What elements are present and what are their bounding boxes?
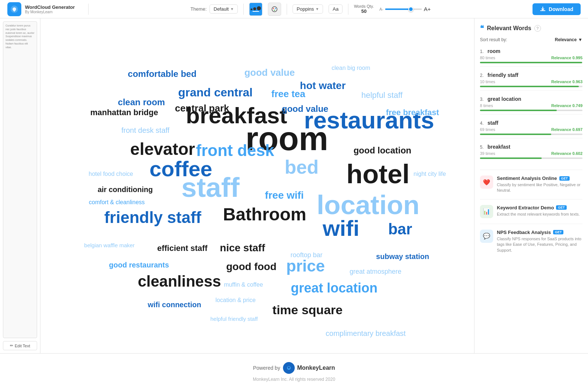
tool-badge: GET — [559, 176, 570, 181]
wc-word[interactable]: free breakfast — [386, 108, 439, 117]
font-select[interactable]: Poppins ▼ — [293, 4, 323, 14]
word-name: great location — [487, 96, 521, 102]
wc-word[interactable]: belgian waffle maker — [84, 242, 135, 248]
wc-word[interactable]: wifi connection — [148, 300, 201, 309]
sort-select[interactable]: Relevance ▼ — [555, 37, 582, 42]
theme-select[interactable]: Default ▼ — [209, 4, 238, 14]
wc-word[interactable]: night city life — [413, 171, 446, 177]
theme-control: Theme: Default ▼ — [190, 4, 238, 14]
tool-info: Sentiment Analysis Online GET Classify b… — [497, 176, 582, 194]
svg-point-3 — [275, 8, 276, 9]
tool-card-2[interactable]: 💬 NPS Feedback Analysis GET Classify NPS… — [480, 224, 582, 253]
word-meta: 39 times Relevance 0.602 — [480, 151, 582, 156]
relevant-words-header: ❝ Relevant Words ? — [480, 24, 582, 33]
help-icon[interactable]: ? — [534, 25, 541, 32]
size-slider[interactable]: A- A+ — [379, 6, 431, 12]
sort-bar: Sort result by: Relevance ▼ — [480, 37, 582, 42]
divider4 — [348, 4, 348, 15]
wc-word[interactable]: free wifi — [265, 189, 304, 201]
color-palette-button[interactable] — [268, 3, 281, 16]
wc-word[interactable]: bed — [284, 156, 318, 178]
wc-word[interactable]: comfortable bed — [128, 69, 197, 79]
tool-card-0[interactable]: ❤️ Sentiment Analysis Online GET Classif… — [480, 170, 582, 194]
wc-word[interactable]: clean big room — [331, 65, 370, 71]
tool-name: NPS Feedback Analysis — [497, 230, 551, 235]
wc-word[interactable]: comfort & cleanliness — [89, 199, 145, 206]
wc-word[interactable]: good value — [244, 67, 295, 78]
theme-chevron-icon: ▼ — [230, 7, 234, 11]
wc-word[interactable]: elevator — [130, 139, 195, 159]
svg-point-7 — [288, 366, 290, 369]
word-entry-header: 3. great location — [480, 96, 582, 102]
wc-word[interactable]: hotel — [347, 159, 410, 189]
wc-word[interactable]: hotel food choice — [89, 171, 133, 177]
wc-word[interactable]: bar — [388, 220, 412, 238]
word-meta: 10 times Relevance 0.963 — [480, 79, 582, 84]
wc-word[interactable]: good food — [226, 261, 276, 273]
tool-badge: GET — [553, 230, 564, 234]
wc-word[interactable]: wifi — [323, 216, 359, 241]
wc-word[interactable]: great atmosphere — [349, 268, 401, 276]
logo-title: WordCloud Generator — [25, 4, 75, 10]
tool-info: NPS Feedback Analysis GET Classify NPS r… — [497, 230, 582, 253]
wc-word[interactable]: front desk — [196, 141, 274, 160]
wc-word[interactable]: air conditioning — [98, 185, 153, 194]
word-entry-room: 1. room 80 times Relevance 0.995 — [480, 48, 582, 67]
wc-word[interactable]: muffin & coffee — [224, 281, 263, 288]
tool-icon: 📊 — [480, 205, 493, 218]
aa-button[interactable]: Aa — [329, 4, 343, 14]
tool-icon: ❤️ — [480, 176, 493, 189]
tool-desc: Classify NPS responses for SaaS products… — [497, 236, 582, 253]
slider-thumb[interactable] — [408, 7, 413, 12]
footer: Powered by MonkeyLearn MonkeyLearn Inc. … — [0, 353, 588, 390]
words-list: 1. room 80 times Relevance 0.995 2. frie… — [480, 48, 582, 164]
word-times: 10 times — [480, 79, 495, 84]
wc-word[interactable]: efficient staff — [157, 244, 208, 253]
word-name: friendly staff — [487, 72, 518, 78]
header-controls: Theme: Default ▼ — [96, 3, 525, 16]
wc-word[interactable]: cleanliness — [138, 273, 221, 290]
main-content: Curabitur lorem purus nec justo faucibus… — [0, 18, 588, 353]
wc-word[interactable]: good value — [282, 104, 329, 114]
wc-word[interactable]: complimentary breakfast — [326, 329, 406, 338]
tool-card-1[interactable]: 📊 Keyword Extractor Demo GET Extract the… — [480, 199, 582, 218]
divider — [480, 114, 582, 114]
wc-word[interactable]: good location — [354, 145, 411, 156]
wc-word[interactable]: great location — [291, 280, 377, 296]
edit-text-button[interactable]: ✏ Edit Text — [3, 341, 37, 350]
logo-area: WordCloud Generator By MonkeyLearn — [7, 2, 81, 16]
word-cloud: roombreakfastrestaurantshotelstafflocati… — [40, 18, 474, 353]
words-qty: Words Qty. 50 — [354, 4, 374, 14]
wc-word[interactable]: time square — [272, 303, 343, 317]
wc-word[interactable]: helpful staff — [361, 91, 402, 100]
wc-word[interactable]: nice staff — [220, 242, 265, 254]
wordcloud-area: roombreakfastrestaurantshotelstafflocati… — [40, 18, 474, 353]
tool-title-row: Sentiment Analysis Online GET — [497, 176, 582, 181]
download-button[interactable]: Download — [533, 3, 581, 15]
wc-word[interactable]: Bathroom — [223, 204, 306, 224]
text-format-button[interactable] — [249, 3, 262, 16]
word-bar — [480, 62, 582, 63]
word-times: 80 times — [480, 56, 495, 60]
wc-word[interactable]: price — [286, 257, 325, 275]
word-meta: 80 times Relevance 0.995 — [480, 56, 582, 60]
wc-word[interactable]: central park — [175, 102, 229, 114]
wc-word[interactable]: grand central — [178, 86, 253, 99]
word-rank: 4. — [480, 121, 484, 126]
wc-word[interactable]: clean room — [118, 97, 165, 107]
wc-word[interactable]: manhattan bridge — [90, 108, 158, 117]
slider-track[interactable] — [385, 8, 422, 10]
header: WordCloud Generator By MonkeyLearn Theme… — [0, 0, 588, 18]
wc-word[interactable]: helpful friendly staff — [210, 316, 258, 322]
wc-word[interactable]: location & price — [215, 297, 255, 304]
word-entry-great-location: 3. great location 8 times Relevance 0.74… — [480, 96, 582, 114]
wc-word[interactable]: subway station — [376, 252, 429, 261]
wc-word[interactable]: good restaurants — [109, 261, 169, 269]
wc-word[interactable]: front desk staff — [121, 126, 169, 134]
word-relevance: Relevance 0.749 — [551, 103, 582, 108]
wc-word[interactable]: rooftop bar — [291, 251, 323, 259]
wc-word[interactable]: friendly staff — [104, 208, 201, 227]
wc-word[interactable]: hot water — [300, 80, 345, 92]
word-meta: 69 times Relevance 0.697 — [480, 127, 582, 132]
wc-word[interactable]: coffee — [150, 156, 212, 181]
